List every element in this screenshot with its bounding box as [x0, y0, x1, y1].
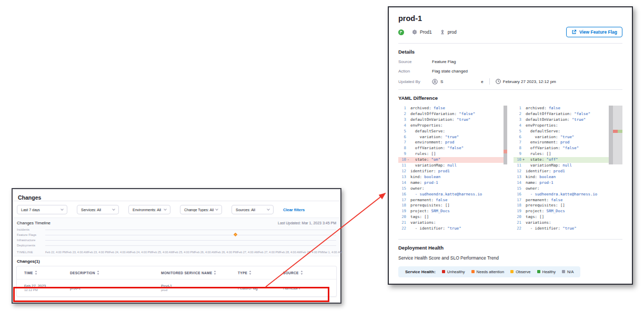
diff-line-code: prerequisites: []	[526, 203, 565, 209]
diff-line: 13kind: boolean	[514, 174, 622, 180]
diff-line-code: defaultOnVariation: "true"	[526, 117, 586, 123]
sort-icon[interactable]	[35, 271, 37, 275]
diff-line-marker	[406, 117, 410, 123]
diff-line-number: 21	[514, 220, 521, 226]
page-title: Changes	[18, 194, 41, 201]
diff-line-marker	[521, 203, 526, 209]
sort-icon[interactable]	[300, 271, 303, 275]
diff-line-number: 9	[514, 151, 521, 157]
flag-name-label: Prod1	[420, 29, 432, 35]
diff-line-number: 17	[398, 198, 406, 203]
diff-line-marker	[406, 140, 410, 146]
diff-line-code: kind: boolean	[526, 174, 556, 180]
diff-line-number: 3	[398, 117, 406, 123]
diff-line-marker	[406, 146, 410, 151]
diff-line: 6 variation: "true"	[514, 134, 622, 140]
timeline-tick: Feb 26, 4:00 AM	[195, 251, 216, 254]
sort-icon[interactable]	[214, 271, 216, 275]
deployment-health-subtitle: Service Health Score and SLO Performance…	[398, 255, 622, 261]
diff-line-number: 13	[514, 174, 521, 180]
source-value: Feature Flag	[432, 59, 456, 64]
timeline-row: Incidents	[17, 227, 336, 232]
highlight-box	[13, 287, 329, 302]
diff-line: 16 - sudheendra.katte@harness.io	[514, 192, 622, 198]
diff-line-number: 4	[398, 123, 406, 129]
timeline-tick: Feb 27, 4:00 PM	[258, 251, 280, 254]
timeline-rows: IncidentsFeature FlagsInfrastructureDepl…	[17, 227, 336, 248]
diff-line-number: 15	[514, 186, 521, 192]
diff-line-marker	[521, 140, 526, 146]
diff-line-marker	[521, 134, 526, 140]
last-updated-label: Last Updated: Mar 1, 2023 3:45 PM	[278, 221, 336, 225]
diff-line: 5 defaultServe:	[514, 129, 622, 134]
column-header[interactable]: TIME	[24, 271, 70, 275]
diff-line-code: project: SRM_Docs	[526, 209, 565, 214]
diff-line: 20tags: []	[514, 214, 622, 220]
diff-line-code: variationMap: null	[410, 163, 457, 169]
view-feature-flag-button[interactable]: View Feature Flag	[566, 27, 622, 37]
diff-line-number: 7	[398, 140, 406, 146]
diff-line: 16 - sudheendra.katte@harness.io	[398, 192, 507, 198]
diff-line: 5 defaultServe:	[398, 129, 507, 134]
diff-line-marker	[521, 129, 526, 134]
user-icon	[432, 79, 438, 85]
diff-line: 21variations:	[398, 220, 507, 226]
diff-line-number: 13	[398, 174, 406, 180]
diff-line-code: variations:	[410, 220, 436, 226]
diff-line-number: 5	[514, 129, 521, 134]
filter-dropdown-label: Services: All	[81, 208, 101, 212]
filter-dropdown[interactable]: Environments: All	[128, 205, 170, 214]
diff-line-code: state: "off"	[526, 157, 558, 163]
legend-item: N/A	[562, 269, 574, 274]
sort-icon[interactable]	[249, 271, 251, 275]
legend-label: N/A	[567, 269, 574, 274]
diff-line-number: 22	[398, 226, 406, 232]
detail-row-action: Action Flag state changed	[398, 69, 622, 74]
diff-line-code: offVariation: "false"	[410, 146, 464, 151]
changes-header: Changes	[13, 189, 340, 201]
timeline-tick: Feb 24, 4:00 PM	[130, 251, 152, 254]
view-feature-flag-label: View Feature Flag	[579, 29, 617, 35]
diff-line-number: 11	[514, 163, 521, 169]
column-header[interactable]: DESCRIPTION	[70, 271, 161, 275]
column-header[interactable]: TYPE	[238, 271, 283, 275]
column-header[interactable]: SOURCE	[283, 271, 336, 275]
diff-line: 17permanent: false	[398, 198, 507, 203]
timeline-row-label: Feature Flags	[17, 233, 45, 236]
diff-line-code: owner:	[526, 186, 539, 192]
filter-dropdown[interactable]: Last 7 days	[17, 205, 67, 214]
legend-swatch	[562, 270, 565, 273]
diff-line: 3defaultOnVariation: "true"	[514, 117, 622, 123]
clear-filters-link[interactable]: Clear filters	[283, 208, 305, 212]
diff-line-number: 2	[398, 111, 406, 117]
diff-line: 12identifier: prod1	[398, 169, 507, 174]
chevron-down-icon	[164, 208, 167, 211]
diff-line-marker	[521, 226, 526, 232]
diff-line-code: tags: []	[526, 214, 544, 220]
diff-line-marker: +	[521, 157, 526, 163]
diff-mark-removed	[613, 130, 618, 133]
external-link-icon	[571, 29, 577, 35]
column-header[interactable]: MONITORED SERVICE NAME	[161, 271, 238, 275]
filter-dropdown-label: Environments: All	[133, 208, 161, 212]
filter-dropdown[interactable]: Change Types: All	[180, 205, 222, 214]
diff-line: 14name: prod-1	[514, 180, 622, 186]
diff-line: 12identifier: prod1	[514, 169, 622, 174]
diff-line-number: 6	[398, 134, 406, 140]
diff-line-code: owner:	[410, 186, 424, 192]
timeline-row-label: Incidents	[17, 228, 45, 231]
diff-line-marker	[521, 192, 526, 198]
timeline-row-label: Infrastructure	[17, 239, 45, 242]
diff-line: 18prerequisites: []	[514, 203, 622, 209]
chevron-down-icon	[267, 208, 270, 211]
diff-line-number: 11	[398, 163, 406, 169]
diff-scrollbar-right[interactable]	[609, 106, 622, 164]
sort-icon[interactable]	[97, 271, 99, 275]
diff-line-code: permanent: false	[526, 198, 562, 203]
filter-dropdown[interactable]: Services: All	[77, 205, 119, 214]
filter-dropdown[interactable]: Sources: All	[232, 205, 274, 214]
timeline-tick: Feb 25, 4:00 PM	[173, 251, 195, 254]
diff-scrollbar-left[interactable]	[504, 106, 507, 164]
change-event-marker[interactable]	[234, 233, 237, 236]
diff-line-code: defaultServe:	[526, 129, 560, 134]
